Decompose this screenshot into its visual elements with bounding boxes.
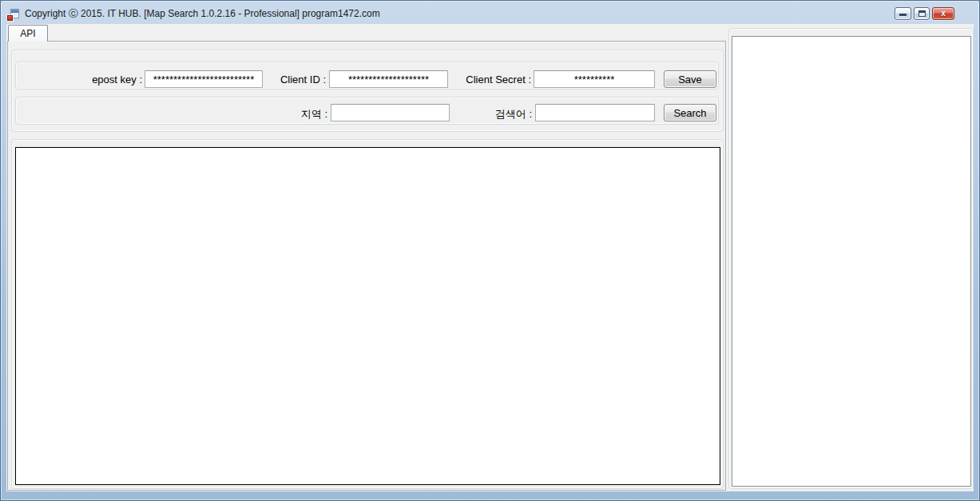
search-button[interactable]: Search	[664, 104, 716, 121]
client-id-label: Client ID :	[264, 74, 326, 85]
client-id-input[interactable]	[329, 70, 448, 88]
minimize-button[interactable]	[895, 7, 911, 20]
close-button[interactable]: x	[932, 7, 954, 20]
results-listbox[interactable]	[732, 36, 971, 487]
save-button[interactable]: Save	[664, 70, 716, 88]
maximize-icon	[919, 10, 926, 17]
client-secret-label: Client Secret :	[442, 74, 531, 85]
form-square-glyph	[7, 15, 13, 21]
app-form-icon	[7, 9, 19, 21]
epost-key-input[interactable]	[145, 70, 263, 88]
title-bar: Copyright ⓒ 2015. IT HUB. [Map Search 1.…	[0, 0, 980, 24]
epost-key-label: epost key :	[48, 74, 142, 85]
tab-api[interactable]: API	[8, 25, 48, 42]
keyword-input[interactable]	[535, 104, 655, 121]
keyword-label: 검색어 :	[468, 107, 532, 121]
region-input[interactable]	[331, 104, 450, 121]
region-label: 지역 :	[264, 107, 327, 121]
maximize-button[interactable]	[914, 7, 930, 20]
app-window: Copyright ⓒ 2015. IT HUB. [Map Search 1.…	[0, 0, 980, 501]
map-display-area	[15, 147, 720, 485]
client-secret-input[interactable]	[534, 70, 655, 88]
close-icon: x	[933, 9, 954, 18]
window-title: Copyright ⓒ 2015. IT HUB. [Map Search 1.…	[25, 7, 380, 21]
minimize-icon	[899, 14, 907, 16]
